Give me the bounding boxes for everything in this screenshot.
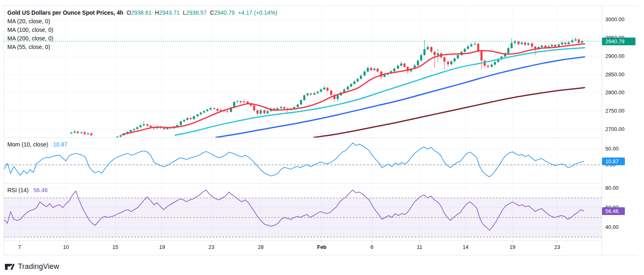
momentum-legend: Mom (10, close) 10.87 xyxy=(7,141,67,148)
ohlc-close-label: C xyxy=(210,9,214,16)
ma20-legend: MA (20, close, 0) xyxy=(7,17,277,26)
tradingview-logo[interactable]: TradingView xyxy=(4,261,59,272)
time-axis-label: 23 xyxy=(554,244,560,250)
ohlc-low-label: L xyxy=(183,9,186,16)
rsi-pane xyxy=(4,190,602,237)
ma100-legend: MA (100, close, 0) xyxy=(7,26,277,34)
time-axis-label: 23 xyxy=(209,244,214,250)
ohlc-low-value: 2936.57 xyxy=(186,9,207,16)
momentum-axis-label: 50.00 xyxy=(605,146,619,152)
tradingview-logo-icon xyxy=(4,261,15,272)
tradingview-chart-page: { "header": { "title": "Gold US Dollars … xyxy=(0,0,644,275)
ma200-line xyxy=(314,88,585,138)
momentum-legend-value: 10.87 xyxy=(53,141,67,148)
ohlc-open-value: 2936.61 xyxy=(131,9,152,16)
ohlc-open-label: O xyxy=(127,9,131,16)
time-axis-label: Feb xyxy=(317,244,326,250)
ohlc-high-label: H xyxy=(155,9,159,16)
moving-average-lines xyxy=(122,44,585,138)
symbol-title: Gold US Dollars per Ounce Spot Prices, 4… xyxy=(7,9,123,16)
price-axis-label: 2700.00 xyxy=(605,126,624,133)
price-axis-label: 2900.00 xyxy=(605,53,624,60)
momentum-value-badge: 10.87 xyxy=(602,157,625,165)
price-axis-label: 2750.00 xyxy=(605,108,624,114)
ma55-line xyxy=(175,48,585,135)
time-axis-label: 28 xyxy=(258,244,264,250)
momentum-line xyxy=(4,143,584,177)
ma200-legend: MA (200, close, 0) xyxy=(7,34,277,43)
rsi-legend: RSI (14) 56.46 xyxy=(7,187,48,193)
momentum-legend-label: Mom (10, close) xyxy=(7,141,48,148)
ohlc-high-value: 2943.71 xyxy=(159,9,180,16)
time-scale[interactable]: 71015192328Feb611141923 xyxy=(4,241,602,255)
time-axis-label: 15 xyxy=(112,244,118,250)
price-axis-label: 2850.00 xyxy=(605,71,624,78)
time-axis-label: 14 xyxy=(463,244,468,250)
ma20-line xyxy=(122,44,585,134)
time-axis-label: 19 xyxy=(510,244,515,250)
price-axis-label: 3000.00 xyxy=(605,16,624,23)
chart-widget[interactable]: Gold US Dollars per Ounce Spot Prices, 4… xyxy=(4,5,638,255)
rsi-axis-label: 40.00 xyxy=(605,224,619,231)
rsi-value-badge: 56.46 xyxy=(602,207,625,215)
price-scale[interactable]: 3000.002950.002900.002850.002800.002750.… xyxy=(602,6,638,255)
time-axis-label: 10 xyxy=(63,244,69,250)
time-axis-label: 7 xyxy=(18,244,21,250)
symbol-title-row: Gold US Dollars per Ounce Spot Prices, 4… xyxy=(7,9,277,17)
ma55-legend: MA (55, close, 0) xyxy=(7,43,277,51)
time-axis-label: 6 xyxy=(370,244,373,250)
price-axis-label: 2800.00 xyxy=(605,89,624,96)
rsi-legend-label: RSI (14) xyxy=(7,187,29,193)
rsi-axis-label: 80.00 xyxy=(605,185,619,191)
ohlc-close-value: 2940.79 xyxy=(214,9,235,16)
candlestick-series xyxy=(70,37,583,138)
ma100-line xyxy=(216,57,585,138)
momentum-pane xyxy=(4,143,602,177)
last-price-badge: 2940.79 xyxy=(602,38,635,45)
tradingview-logo-text: TradingView xyxy=(18,262,59,271)
time-axis-label: 11 xyxy=(417,244,422,250)
main-legend: Gold US Dollars per Ounce Spot Prices, 4… xyxy=(7,9,277,51)
change-value: +4.17 (+0.14%) xyxy=(238,9,277,16)
time-axis-label: 19 xyxy=(159,244,165,250)
rsi-legend-value: 56.46 xyxy=(33,187,48,193)
